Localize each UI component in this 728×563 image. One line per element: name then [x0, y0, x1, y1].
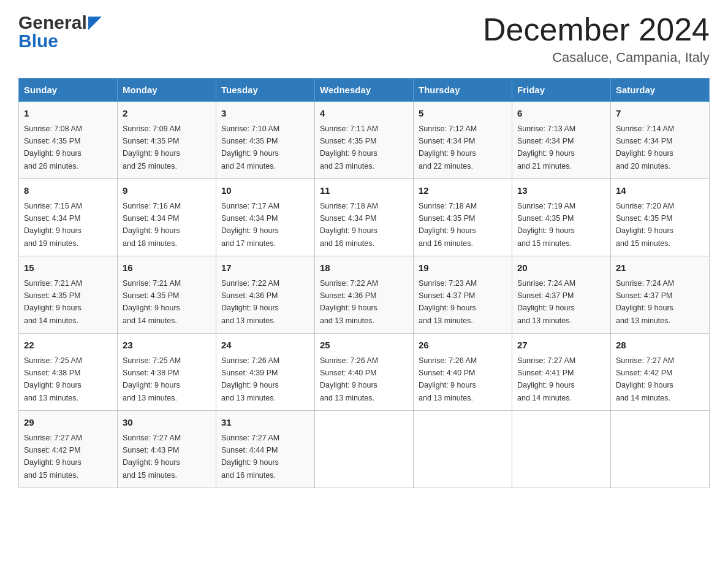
day-number: 19 — [419, 261, 507, 275]
day-info: Sunrise: 7:21 AMSunset: 4:35 PMDaylight:… — [24, 279, 82, 325]
calendar-header-sunday: Sunday — [19, 79, 118, 102]
logo: General Blue — [18, 12, 102, 52]
calendar-header-row: SundayMondayTuesdayWednesdayThursdayFrid… — [19, 79, 710, 102]
day-number: 24 — [221, 339, 309, 353]
calendar-week-4: 22 Sunrise: 7:25 AMSunset: 4:38 PMDaylig… — [19, 334, 710, 411]
day-info: Sunrise: 7:21 AMSunset: 4:35 PMDaylight:… — [123, 279, 181, 325]
calendar-cell: 2 Sunrise: 7:09 AMSunset: 4:35 PMDayligh… — [118, 102, 216, 179]
day-info: Sunrise: 7:19 AMSunset: 4:35 PMDaylight:… — [517, 202, 575, 248]
svg-marker-0 — [88, 17, 102, 30]
calendar-cell: 29 Sunrise: 7:27 AMSunset: 4:42 PMDaylig… — [19, 411, 118, 488]
calendar-cell: 21 Sunrise: 7:24 AMSunset: 4:37 PMDaylig… — [611, 256, 710, 334]
day-number: 22 — [24, 339, 112, 353]
calendar-header-monday: Monday — [118, 79, 216, 102]
day-info: Sunrise: 7:26 AMSunset: 4:40 PMDaylight:… — [419, 356, 477, 402]
day-info: Sunrise: 7:18 AMSunset: 4:34 PMDaylight:… — [320, 202, 378, 248]
calendar-cell: 17 Sunrise: 7:22 AMSunset: 4:36 PMDaylig… — [216, 256, 315, 334]
page-header: General Blue December 2024 Casaluce, Cam… — [18, 12, 710, 66]
day-number: 23 — [123, 339, 211, 353]
calendar-cell: 30 Sunrise: 7:27 AMSunset: 4:43 PMDaylig… — [118, 411, 216, 488]
day-info: Sunrise: 7:26 AMSunset: 4:40 PMDaylight:… — [320, 356, 378, 402]
day-info: Sunrise: 7:20 AMSunset: 4:35 PMDaylight:… — [616, 202, 674, 248]
day-info: Sunrise: 7:27 AMSunset: 4:43 PMDaylight:… — [123, 434, 181, 480]
day-number: 26 — [419, 339, 507, 353]
day-info: Sunrise: 7:12 AMSunset: 4:34 PMDaylight:… — [419, 124, 477, 170]
day-number: 5 — [419, 107, 507, 121]
day-info: Sunrise: 7:16 AMSunset: 4:34 PMDaylight:… — [123, 202, 181, 248]
calendar-cell: 13 Sunrise: 7:19 AMSunset: 4:35 PMDaylig… — [512, 179, 611, 256]
calendar-header-tuesday: Tuesday — [216, 79, 315, 102]
day-info: Sunrise: 7:22 AMSunset: 4:36 PMDaylight:… — [221, 279, 279, 325]
calendar-cell: 28 Sunrise: 7:27 AMSunset: 4:42 PMDaylig… — [611, 334, 710, 411]
calendar-cell: 16 Sunrise: 7:21 AMSunset: 4:35 PMDaylig… — [118, 256, 216, 334]
day-info: Sunrise: 7:23 AMSunset: 4:37 PMDaylight:… — [419, 279, 477, 325]
day-info: Sunrise: 7:27 AMSunset: 4:44 PMDaylight:… — [221, 434, 279, 480]
calendar-header-friday: Friday — [512, 79, 611, 102]
day-number: 10 — [221, 184, 309, 198]
calendar-week-5: 29 Sunrise: 7:27 AMSunset: 4:42 PMDaylig… — [19, 411, 710, 488]
calendar-cell: 23 Sunrise: 7:25 AMSunset: 4:38 PMDaylig… — [118, 334, 216, 411]
calendar-cell: 18 Sunrise: 7:22 AMSunset: 4:36 PMDaylig… — [315, 256, 414, 334]
day-number: 7 — [616, 107, 704, 121]
title-block: December 2024 Casaluce, Campania, Italy — [483, 12, 710, 66]
day-info: Sunrise: 7:15 AMSunset: 4:34 PMDaylight:… — [24, 202, 82, 248]
location: Casaluce, Campania, Italy — [483, 50, 710, 66]
day-info: Sunrise: 7:14 AMSunset: 4:34 PMDaylight:… — [616, 124, 674, 170]
logo-general-text: General — [18, 12, 87, 33]
calendar-cell: 22 Sunrise: 7:25 AMSunset: 4:38 PMDaylig… — [19, 334, 118, 411]
day-number: 25 — [320, 339, 408, 353]
calendar-cell: 9 Sunrise: 7:16 AMSunset: 4:34 PMDayligh… — [118, 179, 216, 256]
day-info: Sunrise: 7:27 AMSunset: 4:41 PMDaylight:… — [517, 356, 575, 402]
day-number: 21 — [616, 261, 704, 275]
day-info: Sunrise: 7:27 AMSunset: 4:42 PMDaylight:… — [616, 356, 674, 402]
day-info: Sunrise: 7:25 AMSunset: 4:38 PMDaylight:… — [123, 356, 181, 402]
day-number: 2 — [123, 107, 211, 121]
day-number: 12 — [419, 184, 507, 198]
day-number: 28 — [616, 339, 704, 353]
calendar-cell: 19 Sunrise: 7:23 AMSunset: 4:37 PMDaylig… — [414, 256, 512, 334]
calendar-header-saturday: Saturday — [611, 79, 710, 102]
day-info: Sunrise: 7:17 AMSunset: 4:34 PMDaylight:… — [221, 202, 279, 248]
day-number: 29 — [24, 416, 112, 430]
calendar-week-2: 8 Sunrise: 7:15 AMSunset: 4:34 PMDayligh… — [19, 179, 710, 256]
day-info: Sunrise: 7:24 AMSunset: 4:37 PMDaylight:… — [616, 279, 674, 325]
calendar-header-thursday: Thursday — [414, 79, 512, 102]
day-info: Sunrise: 7:09 AMSunset: 4:35 PMDaylight:… — [123, 124, 181, 170]
calendar-cell — [611, 411, 710, 488]
day-number: 6 — [517, 107, 605, 121]
day-info: Sunrise: 7:18 AMSunset: 4:35 PMDaylight:… — [419, 202, 477, 248]
calendar-cell: 5 Sunrise: 7:12 AMSunset: 4:34 PMDayligh… — [414, 102, 512, 179]
calendar-cell: 4 Sunrise: 7:11 AMSunset: 4:35 PMDayligh… — [315, 102, 414, 179]
day-number: 3 — [221, 107, 309, 121]
calendar-cell: 26 Sunrise: 7:26 AMSunset: 4:40 PMDaylig… — [414, 334, 512, 411]
calendar-cell: 25 Sunrise: 7:26 AMSunset: 4:40 PMDaylig… — [315, 334, 414, 411]
month-title: December 2024 — [483, 12, 710, 47]
logo-blue-text: Blue — [18, 31, 58, 52]
calendar-table: SundayMondayTuesdayWednesdayThursdayFrid… — [18, 78, 710, 488]
calendar-cell: 15 Sunrise: 7:21 AMSunset: 4:35 PMDaylig… — [19, 256, 118, 334]
day-number: 8 — [24, 184, 112, 198]
day-number: 4 — [320, 107, 408, 121]
day-info: Sunrise: 7:27 AMSunset: 4:42 PMDaylight:… — [24, 434, 82, 480]
calendar-cell: 10 Sunrise: 7:17 AMSunset: 4:34 PMDaylig… — [216, 179, 315, 256]
day-number: 30 — [123, 416, 211, 430]
day-info: Sunrise: 7:26 AMSunset: 4:39 PMDaylight:… — [221, 356, 279, 402]
calendar-cell: 1 Sunrise: 7:08 AMSunset: 4:35 PMDayligh… — [19, 102, 118, 179]
day-number: 17 — [221, 261, 309, 275]
calendar-week-1: 1 Sunrise: 7:08 AMSunset: 4:35 PMDayligh… — [19, 102, 710, 179]
day-info: Sunrise: 7:10 AMSunset: 4:35 PMDaylight:… — [221, 124, 279, 170]
day-number: 18 — [320, 261, 408, 275]
day-info: Sunrise: 7:25 AMSunset: 4:38 PMDaylight:… — [24, 356, 82, 402]
calendar-cell — [315, 411, 414, 488]
day-number: 9 — [123, 184, 211, 198]
logo-arrow-icon — [88, 17, 102, 30]
day-info: Sunrise: 7:13 AMSunset: 4:34 PMDaylight:… — [517, 124, 575, 170]
calendar-cell: 24 Sunrise: 7:26 AMSunset: 4:39 PMDaylig… — [216, 334, 315, 411]
calendar-cell: 20 Sunrise: 7:24 AMSunset: 4:37 PMDaylig… — [512, 256, 611, 334]
calendar-cell: 7 Sunrise: 7:14 AMSunset: 4:34 PMDayligh… — [611, 102, 710, 179]
calendar-cell: 3 Sunrise: 7:10 AMSunset: 4:35 PMDayligh… — [216, 102, 315, 179]
calendar-cell — [414, 411, 512, 488]
day-number: 20 — [517, 261, 605, 275]
day-number: 13 — [517, 184, 605, 198]
calendar-cell: 11 Sunrise: 7:18 AMSunset: 4:34 PMDaylig… — [315, 179, 414, 256]
